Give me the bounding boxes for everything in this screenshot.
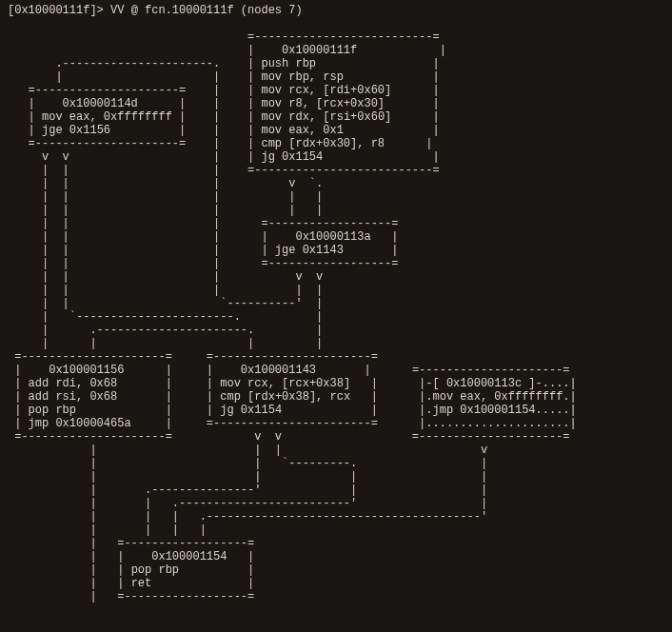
node-1143-addr: 0x100001143	[241, 364, 316, 377]
ascii-graph: =--------------------------= | 0x1000011…	[8, 17, 664, 603]
node-1154-addr: 0x100001154	[151, 550, 227, 563]
prompt-command: VV @ fcn.10000111f (nodes 7)	[110, 4, 303, 17]
node-113a-addr: 0x10000113a	[295, 230, 370, 244]
node-113c-footer: .....................	[425, 417, 569, 430]
node-entry-addr: 0x10000111f	[282, 44, 357, 57]
node-113c-header: -[ 0x10000113c ]-....	[425, 377, 569, 390]
node-114d-addr: 0x10000114d	[63, 97, 138, 110]
node-1156-addr: 0x100001156	[49, 364, 124, 377]
prompt-address: [0x10000111f]>	[8, 4, 110, 17]
command-prompt[interactable]: [0x10000111f]> VV @ fcn.10000111f (nodes…	[8, 4, 664, 17]
